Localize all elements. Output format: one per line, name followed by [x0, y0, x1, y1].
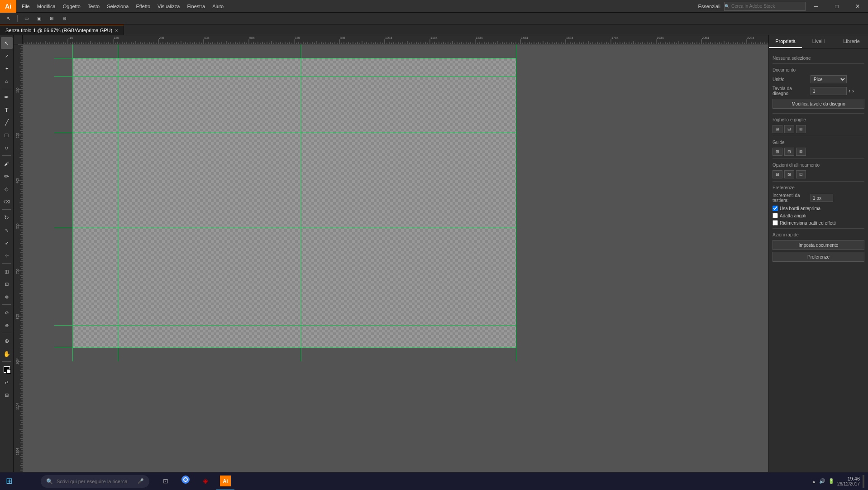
doc-tab-label: Senza titolo-1 @ 66,67% (RGB/Anteprima G…	[5, 28, 112, 33]
guide-icons: ⊞ ⊟ ⊠	[773, 148, 864, 156]
righello-icon-3[interactable]: ⊠	[796, 125, 806, 133]
svg-text:1334: 1334	[476, 36, 483, 39]
artboard-canvas[interactable]	[72, 58, 516, 348]
imposta-documento-btn[interactable]: Imposta documento	[773, 240, 864, 250]
righello-icon-1[interactable]: ⊞	[773, 125, 782, 133]
stock-search-input[interactable]	[730, 4, 797, 9]
tool-freetransform[interactable]: ⊹	[1, 250, 13, 261]
usa-bordi-row: Usa bordi anteprima	[773, 206, 864, 211]
tool-blob[interactable]: ◎	[1, 183, 13, 195]
tool-rect[interactable]: □	[1, 129, 13, 141]
next-artboard-btn[interactable]: ›	[852, 88, 854, 94]
tool-line[interactable]: ╱	[1, 116, 13, 128]
doc-tab-close[interactable]: ×	[115, 28, 118, 33]
prev-artboard-btn[interactable]: ‹	[849, 88, 850, 94]
tavola-label: Tavola da disegno:	[773, 86, 809, 96]
stock-search[interactable]: 🔍	[724, 2, 806, 11]
menu-seleziona[interactable]: Seleziona	[103, 0, 132, 13]
tool-ellipse[interactable]: ○	[1, 142, 13, 154]
taskbar-windows-btn[interactable]: ⊞	[0, 472, 18, 490]
tool-fill-stroke[interactable]	[1, 364, 13, 375]
tool-separator-6	[2, 333, 11, 333]
ruler-corner	[14, 35, 23, 44]
tool-brush[interactable]: 🖌	[1, 158, 13, 169]
adatta-angoli-checkbox[interactable]	[773, 213, 778, 218]
toolbar-view1[interactable]: ▭	[21, 14, 31, 24]
toolbar-view2[interactable]: ▣	[34, 14, 44, 24]
artboard-container[interactable]	[23, 44, 768, 478]
panel-tab-livelli[interactable]: Livelli	[802, 35, 835, 48]
tool-direct-select[interactable]: ↗	[1, 50, 13, 62]
tavola-input[interactable]	[811, 87, 847, 95]
guide-icon-2[interactable]: ⊟	[784, 148, 794, 156]
taskbar-antivirus[interactable]: ◈	[196, 472, 215, 490]
toolbar-view4[interactable]: ⊟	[59, 14, 69, 24]
tool-lasso[interactable]: ⌂	[1, 75, 13, 87]
panel-content: Nessuna selezione Documento Unità: Pixel…	[769, 48, 868, 478]
svg-text:105: 105	[16, 87, 19, 93]
preferenze-title: Preferenze	[773, 185, 864, 190]
doc-tab-active[interactable]: Senza titolo-1 @ 66,67% (RGB/Anteprima G…	[0, 25, 124, 35]
menu-aiuto[interactable]: Aiuto	[209, 0, 227, 13]
incrementi-input[interactable]	[811, 194, 833, 202]
tool-eyedrop[interactable]: ⊘	[1, 307, 13, 318]
svg-text:405: 405	[16, 178, 19, 183]
minimize-button[interactable]: ─	[806, 0, 826, 13]
tool-mesh[interactable]: ⊡	[1, 278, 13, 290]
tool-magic-wand[interactable]: ✦	[1, 62, 13, 74]
essenziali-label[interactable]: Essenziali	[698, 4, 720, 9]
tool-gradient[interactable]: ◫	[1, 265, 13, 277]
tool-scale[interactable]: ⤡	[1, 224, 13, 236]
tool-hand[interactable]: ✋	[1, 348, 13, 360]
taskbar-view-btn[interactable]: ⊡	[157, 472, 175, 490]
canvas-area[interactable]: -151352854355857358851034118413341484163…	[14, 35, 768, 478]
modifica-tavole-btn[interactable]: Modifica tavole da disegno	[773, 99, 864, 109]
toolbox: ↖ ↗ ✦ ⌂ ✒ T ╱ □ ○ 🖌 ✏ ◎ ⌫ ↻ ⤡ ⤢ ⊹ ◫ ⊡ ⊗ …	[0, 35, 14, 478]
taskbar-search-input[interactable]	[57, 479, 129, 484]
tool-zoom[interactable]: ⊕	[1, 335, 13, 347]
guide-icon-3[interactable]: ⊠	[796, 148, 806, 156]
toolbar-select-btn[interactable]: ↖	[4, 14, 14, 24]
maximize-button[interactable]: □	[826, 0, 847, 13]
tool-screen-mode[interactable]: ⊟	[1, 389, 13, 401]
unita-select[interactable]: Pixel	[811, 75, 847, 83]
allineamento-icon-3[interactable]: ⊡	[796, 170, 806, 178]
tool-rotate[interactable]: ↻	[1, 211, 13, 223]
taskbar-search[interactable]: 🔍 🎤	[41, 475, 149, 488]
menu-effetto[interactable]: Effetto	[132, 0, 154, 13]
tool-selection[interactable]: ↖	[1, 37, 13, 49]
tool-eraser[interactable]: ⌫	[1, 196, 13, 207]
tool-measure[interactable]: ⊖	[1, 319, 13, 331]
tool-swap-color[interactable]: ⇄	[1, 376, 13, 388]
clock[interactable]: 19:46 26/12/2017	[837, 476, 860, 486]
ridimensiona-checkbox[interactable]	[773, 220, 778, 226]
tool-blend[interactable]: ⊗	[1, 291, 13, 303]
menu-testo[interactable]: Testo	[84, 0, 103, 13]
tool-type[interactable]: T	[1, 104, 13, 115]
tool-warp[interactable]: ⤢	[1, 237, 13, 249]
menu-finestra[interactable]: Finestra	[183, 0, 209, 13]
taskbar-chrome[interactable]	[176, 472, 195, 490]
search-icon: 🔍	[725, 4, 730, 9]
allineamento-icon-1[interactable]: ⊟	[773, 170, 782, 178]
document-tabs: Senza titolo-1 @ 66,67% (RGB/Anteprima G…	[0, 24, 868, 35]
unita-label: Unità:	[773, 77, 809, 82]
taskbar-illustrator[interactable]: Ai	[216, 472, 234, 490]
righello-icon-2[interactable]: ⊟	[784, 125, 794, 133]
tool-pencil[interactable]: ✏	[1, 170, 13, 182]
ridimensiona-label: Ridimensiona tratti ed effetti	[780, 221, 836, 226]
menu-file[interactable]: File	[18, 0, 33, 13]
close-button[interactable]: ✕	[847, 0, 868, 13]
preferenze-btn[interactable]: Preferenze	[773, 252, 864, 262]
tool-pen[interactable]: ✒	[1, 91, 13, 103]
panel-tab-proprieta[interactable]: Proprietà	[769, 35, 802, 48]
allineamento-icon-2[interactable]: ⊠	[784, 170, 794, 178]
show-desktop-btn[interactable]	[863, 475, 864, 488]
usa-bordi-checkbox[interactable]	[773, 206, 778, 211]
menu-visualizza[interactable]: Visualizza	[154, 0, 183, 13]
panel-tab-librerie[interactable]: Librerie	[835, 35, 868, 48]
menu-oggetto[interactable]: Oggetto	[59, 0, 84, 13]
toolbar-view3[interactable]: ⊞	[47, 14, 57, 24]
guide-icon-1[interactable]: ⊞	[773, 148, 782, 156]
menu-modifica[interactable]: Modifica	[33, 0, 59, 13]
